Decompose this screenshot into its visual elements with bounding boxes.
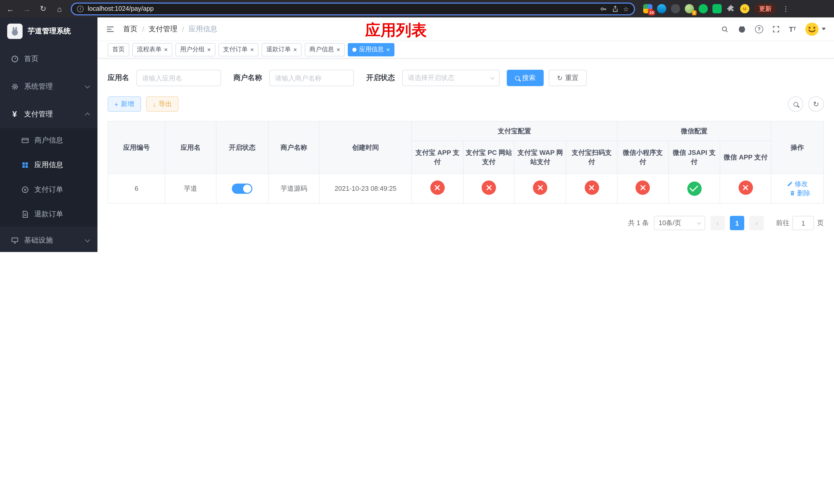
chevron-down-icon [85,83,90,88]
close-icon[interactable]: × [386,46,390,52]
tab-home[interactable]: 首页 [108,43,129,56]
sidebar-item-home[interactable]: 首页 [0,45,97,73]
export-button[interactable]: ↓ 导出 [146,96,178,112]
browser-update-button[interactable]: 更新 [754,3,776,15]
github-icon[interactable] [738,25,746,33]
font-size-icon[interactable]: TT [789,25,796,32]
page-button-1[interactable]: 1 [730,216,744,230]
close-icon[interactable]: × [336,46,340,52]
dark-extension-icon[interactable] [671,4,680,13]
status-label: 开启状态 [366,73,395,83]
group-header-alipay: 支付宝配置 [412,121,617,141]
merchant-name-label: 商户名称 [233,73,262,83]
tab-process-form[interactable]: 流程表单× [132,43,172,56]
payment-submenu: 商户信息 应用信息 支付订单 [0,128,97,227]
address-bar[interactable]: i localhost:1024/pay/app ☆ [71,2,635,15]
apps-extension-icon[interactable]: 10 [643,4,653,13]
col-header-wechat-jsapi: 微信 JSAPI 支付 [668,141,720,174]
sidebar-item-payment[interactable]: ¥ 支付管理 [0,100,97,128]
avatar-extension-icon[interactable]: 1 [685,4,694,13]
delete-link[interactable]: 删除 [789,188,810,198]
cross-icon [430,181,445,195]
drop-extension-icon[interactable] [657,4,666,13]
sidebar-item-label: 基础设施 [24,236,53,245]
reload-icon[interactable]: ↻ [38,4,48,13]
prev-page-button[interactable]: ‹ [710,216,725,230]
merchant-name-input[interactable] [269,70,354,86]
status-select[interactable]: 请选择开启状态 [402,70,500,86]
reset-button[interactable]: ↻ 重置 [549,70,587,86]
next-page-button[interactable]: › [749,216,764,230]
back-icon[interactable]: ← [5,4,15,13]
sidebar-item-refund-order[interactable]: 退款订单 [0,202,97,227]
table-row: 6 芋道 芋道源码 2021-10-23 08:49:25 [108,174,824,203]
chevron-down-icon [697,220,701,225]
search-icon [793,102,798,107]
col-header-alipay-app: 支付宝 APP 支付 [412,141,463,174]
url-text[interactable]: localhost:1024/pay/app [88,5,595,12]
yen-icon: ¥ [10,110,19,118]
monitor-icon [10,236,19,245]
bookmark-star-icon[interactable]: ☆ [623,5,629,13]
password-key-icon[interactable] [599,5,607,13]
browser-menu-icon[interactable]: ⋮ [781,5,790,13]
close-icon[interactable]: × [250,46,254,52]
user-avatar[interactable] [805,22,826,36]
app-logo[interactable]: 芋道管理系统 [0,18,97,45]
check-icon [687,181,701,196]
tab-user-group[interactable]: 用户分组× [175,43,215,56]
col-header-merchant: 商户名称 [268,121,319,174]
tab-merchant-info[interactable]: 商户信息× [305,43,345,56]
col-header-app-name: 应用名 [165,121,216,174]
cell-alipay-qr [566,174,617,203]
breadcrumb-item-home[interactable]: 首页 [123,24,137,33]
sidebar-collapse-icon[interactable] [106,24,115,33]
cell-wechat-app [720,174,771,203]
sidebar-item-label: 首页 [24,54,39,64]
search-icon [515,76,520,80]
toggle-search-button[interactable] [788,96,803,112]
navbar-actions: ? TT [721,22,826,36]
add-button[interactable]: + 新增 [108,96,141,112]
app-title: 芋道管理系统 [28,27,71,36]
sidebar-item-label: 商户信息 [35,136,63,145]
goto-page-input[interactable] [792,216,814,230]
top-navbar: 首页 / 支付管理 / 应用信息 应用列表 ? [97,18,834,41]
app-name-input[interactable] [136,70,221,86]
close-icon[interactable]: × [207,46,211,52]
forward-icon[interactable]: → [22,4,32,13]
cross-icon [738,181,753,195]
sidebar-item-system[interactable]: 系统管理 [0,73,97,100]
page-size-select[interactable]: 10条/页 [654,216,705,230]
puzzle-extensions-icon[interactable] [726,4,736,13]
close-icon[interactable]: × [164,46,168,52]
cell-merchant: 芋道源码 [268,174,319,203]
search-icon[interactable] [721,25,729,33]
tab-refund-order[interactable]: 退款订单× [262,43,302,56]
chat-extension-icon[interactable] [712,4,722,13]
site-info-icon[interactable]: i [77,5,84,12]
cell-actions: 修改 删除 [771,174,824,203]
active-dot-icon [352,47,356,51]
col-header-wechat-app: 微信 APP 支付 [720,141,771,174]
sidebar-item-infrastructure[interactable]: 基础设施 [0,227,97,252]
sidebar-item-app-info[interactable]: 应用信息 [0,153,97,177]
green-circle-extension-icon[interactable] [699,4,708,13]
face-extension-icon[interactable] [740,4,749,13]
sidebar-item-merchant-info[interactable]: 商户信息 [0,128,97,153]
fullscreen-icon[interactable] [772,25,780,33]
edit-link[interactable]: 修改 [787,179,808,188]
refresh-table-button[interactable]: ↻ [808,96,824,112]
share-icon[interactable] [611,5,619,13]
grid-icon [21,161,29,169]
tab-app-info[interactable]: 应用信息× [348,43,394,56]
close-icon[interactable]: × [293,46,297,52]
home-icon[interactable]: ⌂ [54,4,65,13]
search-button[interactable]: 搜索 [507,70,544,86]
help-icon[interactable]: ? [755,25,763,33]
status-toggle[interactable] [232,183,253,193]
trash-icon [789,190,795,196]
breadcrumb-item-payment[interactable]: 支付管理 [149,24,177,33]
tab-pay-order[interactable]: 支付订单× [219,43,259,56]
sidebar-item-pay-order[interactable]: 支付订单 [0,177,97,202]
